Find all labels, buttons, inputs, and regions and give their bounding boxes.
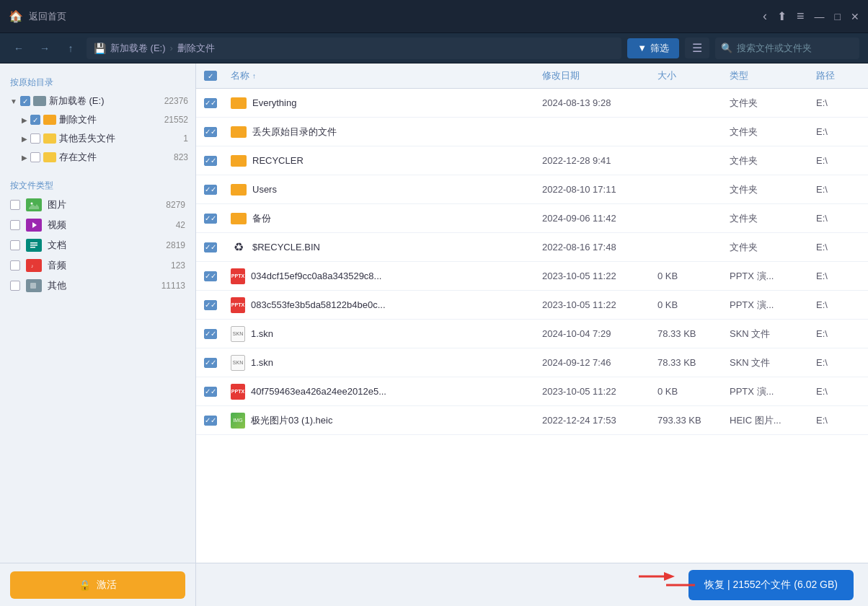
sidebar-item-deleted[interactable]: ▶ 删除文件 21552 — [0, 110, 195, 129]
minimize-btn[interactable]: — — [815, 11, 825, 22]
file-size: 0 KB — [652, 266, 724, 286]
svg-rect-7 — [30, 245, 37, 246]
filetype-checkbox-audio[interactable] — [10, 260, 20, 271]
row-check[interactable]: ✓ — [204, 98, 217, 108]
row-checkbox[interactable]: ✓ — [196, 209, 225, 228]
filetype-image[interactable]: 图片 8279 — [0, 195, 195, 215]
filetype-checkbox-doc[interactable] — [10, 240, 20, 250]
file-path: E:\ — [810, 93, 868, 113]
forward-nav-btn[interactable]: → — [35, 38, 55, 58]
filetype-checkbox-other[interactable] — [10, 281, 20, 291]
table-row[interactable]: ✓ Users 2022-08-10 17:11 文件夹 E:\ — [196, 175, 868, 204]
sidebar-checkbox-drive[interactable] — [20, 96, 30, 106]
filetype-checkbox-video[interactable] — [10, 220, 20, 230]
col-name-label: 名称 — [231, 69, 249, 82]
table-row[interactable]: ✓ RECYCLER 2022-12-28 9:41 文件夹 E:\ — [196, 146, 868, 175]
breadcrumb-drive[interactable]: 新加载卷 (E:) — [110, 42, 166, 55]
file-type: 文件夹 — [724, 208, 810, 229]
row-check[interactable]: ✓ — [204, 300, 217, 310]
table-row[interactable]: ✓ Everything 2024-08-13 9:28 文件夹 E:\ — [196, 89, 868, 118]
row-checkbox[interactable]: ✓ — [196, 296, 225, 315]
svg-marker-14 — [664, 572, 675, 581]
row-check[interactable]: ✓ — [204, 214, 217, 224]
row-checkbox[interactable]: ✓ — [196, 180, 225, 199]
back-btn[interactable]: ‹ — [763, 9, 767, 24]
filetype-other[interactable]: 其他 11113 — [0, 276, 195, 296]
filetype-doc[interactable]: 文档 2819 — [0, 235, 195, 255]
maximize-btn[interactable]: □ — [835, 11, 841, 22]
col-type-label: 类型 — [730, 69, 748, 82]
file-date: 2024-08-13 9:28 — [536, 93, 652, 113]
row-check[interactable]: ✓ — [204, 416, 217, 426]
close-btn[interactable]: ✕ — [851, 11, 859, 22]
up-nav-btn[interactable]: ↑ — [61, 38, 81, 58]
row-check[interactable]: ✓ — [204, 387, 217, 397]
file-name: 1.skn — [251, 357, 273, 368]
row-checkbox[interactable]: ✓ — [196, 411, 225, 430]
back-nav-btn[interactable]: ← — [9, 38, 29, 58]
home-icon: 🏠 — [9, 9, 23, 23]
file-date: 2024-09-06 11:42 — [536, 208, 652, 228]
table-row[interactable]: ✓ SKN 1.skn 2024-09-12 7:46 78.33 KB SKN… — [196, 348, 868, 377]
lock-icon: 🔒 — [79, 579, 91, 591]
sidebar-item-lost[interactable]: ▶ 其他丢失文件 1 — [0, 129, 195, 148]
sidebar-checkbox-exist[interactable] — [30, 152, 40, 162]
row-check[interactable]: ✓ — [204, 329, 217, 339]
table-row[interactable]: ✓ 丢失原始目录的文件 文件夹 E:\ — [196, 118, 868, 146]
table-row[interactable]: ✓ SKN 1.skn 2024-10-04 7:29 78.33 KB SKN… — [196, 320, 868, 348]
row-check[interactable]: ✓ — [204, 271, 217, 281]
filetype-audio[interactable]: ♪ 音频 123 — [0, 255, 195, 276]
row-check[interactable]: ✓ — [204, 358, 217, 368]
list-view-btn[interactable]: ☰ — [685, 38, 709, 58]
sidebar-item-drive[interactable]: ▼ 新加载卷 (E:) 22376 — [0, 92, 195, 110]
home-label[interactable]: 返回首页 — [29, 10, 66, 23]
table-row[interactable]: ✓ PPTX 40f759463ea426a24ee2012e5... 2023… — [196, 377, 868, 406]
row-check[interactable]: ✓ — [204, 127, 217, 137]
sidebar-checkbox-lost[interactable] — [30, 133, 40, 144]
search-bar[interactable]: 🔍 搜索文件或文件夹 — [715, 38, 859, 59]
file-date — [536, 128, 652, 136]
file-name: $RECYCLE.BIN — [252, 242, 320, 252]
filter-btn[interactable]: ▼ 筛选 — [627, 38, 679, 58]
share-btn[interactable]: ⬆ — [777, 9, 787, 23]
file-name-cell: Everything — [225, 93, 536, 113]
row-checkbox[interactable]: ✓ — [196, 382, 225, 401]
menu-btn-title[interactable]: ≡ — [797, 9, 805, 24]
activate-btn[interactable]: 🔒 激活 — [10, 571, 185, 599]
row-checkbox[interactable]: ✓ — [196, 325, 225, 343]
file-name: 083c553fe3b5da58122b4be0c... — [251, 299, 386, 310]
filetype-video[interactable]: 视频 42 — [0, 215, 195, 235]
file-type: 文件夹 — [724, 92, 810, 114]
filetype-checkbox-image[interactable] — [10, 200, 20, 210]
table-row[interactable]: ✓ 备份 2024-09-06 11:42 文件夹 E:\ — [196, 204, 868, 233]
sidebar-count-deleted: 21552 — [164, 115, 188, 125]
sidebar-section-type: 按文件类型 — [0, 174, 195, 195]
row-checkbox[interactable]: ✓ — [196, 238, 225, 257]
table-row[interactable]: ✓ PPTX 034dcf15ef9cc0a8a343529c8... 2023… — [196, 262, 868, 291]
row-check[interactable]: ✓ — [204, 185, 217, 195]
row-checkbox[interactable]: ✓ — [196, 94, 225, 113]
file-name-cell: PPTX 083c553fe3b5da58122b4be0c... — [225, 293, 536, 317]
recover-label: 恢复 | 21552个文件 (6.02 GB) — [704, 579, 838, 592]
row-checkbox[interactable]: ✓ — [196, 267, 225, 286]
table-row[interactable]: ✓ PPTX 083c553fe3b5da58122b4be0c... 2023… — [196, 291, 868, 320]
file-path: E:\ — [810, 151, 868, 170]
row-checkbox[interactable]: ✓ — [196, 123, 225, 141]
header-checkbox[interactable] — [204, 71, 217, 81]
file-size: 78.33 KB — [652, 353, 724, 372]
sidebar-section-dir: 按原始目录 — [0, 71, 195, 92]
filetype-image-count: 8279 — [166, 200, 185, 210]
file-name: 40f759463ea426a24ee2012e5... — [251, 386, 386, 397]
row-check[interactable]: ✓ — [204, 242, 217, 252]
table-row[interactable]: ✓ IMG 极光图片03 (1).heic 2022-12-24 17:53 7… — [196, 406, 868, 435]
sidebar-item-exist[interactable]: ▶ 存在文件 823 — [0, 148, 195, 167]
sidebar-checkbox-deleted[interactable] — [30, 115, 40, 125]
doc-icon — [26, 239, 42, 252]
row-checkbox[interactable]: ✓ — [196, 354, 225, 372]
file-name-cell: PPTX 40f759463ea426a24ee2012e5... — [225, 379, 536, 404]
row-checkbox[interactable]: ✓ — [196, 152, 225, 170]
table-row[interactable]: ✓ ♻ $RECYCLE.BIN 2022-08-16 17:48 文件夹 E:… — [196, 233, 868, 262]
row-check[interactable]: ✓ — [204, 156, 217, 166]
breadcrumb-folder[interactable]: 删除文件 — [177, 42, 215, 55]
file-size: 0 KB — [652, 295, 724, 315]
